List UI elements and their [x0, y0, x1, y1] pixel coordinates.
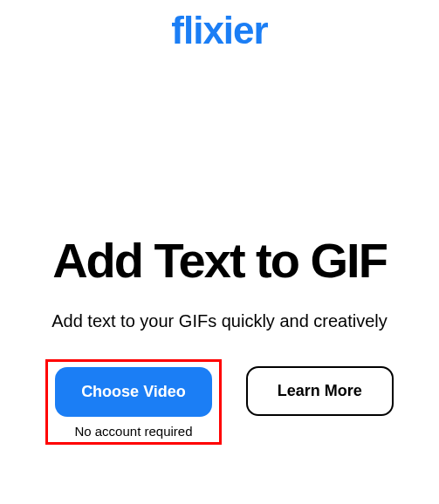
- page-subtitle: Add text to your GIFs quickly and creati…: [9, 311, 430, 331]
- hero-section: Add Text to GIF Add text to your GIFs qu…: [0, 235, 439, 445]
- page-title: Add Text to GIF: [9, 235, 430, 287]
- highlighted-annotation-box: Choose Video No account required: [45, 359, 222, 445]
- learn-more-button[interactable]: Learn More: [246, 366, 394, 416]
- cta-row: Choose Video No account required Learn M…: [9, 359, 430, 445]
- flixier-logo[interactable]: flixier: [0, 9, 439, 52]
- no-account-label: No account required: [55, 424, 212, 439]
- choose-video-button[interactable]: Choose Video: [55, 367, 212, 417]
- header: flixier: [0, 0, 439, 52]
